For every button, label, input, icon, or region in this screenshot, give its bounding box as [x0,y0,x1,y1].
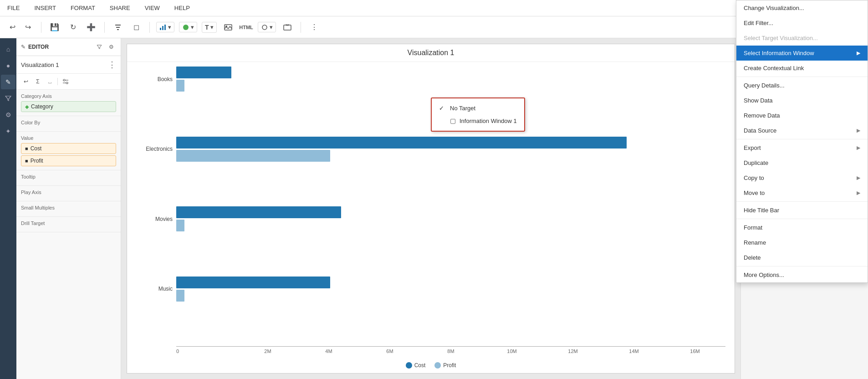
sigma-icon[interactable]: Σ [33,77,43,87]
ctx-copy-to-arrow: ▶ [857,175,860,181]
ctx-create-contextual[interactable]: Create Contextual Link [736,61,868,76]
toolbar-divider-4 [301,22,301,33]
value-section: Value ■ Cost ■ Profit [16,132,121,170]
ctx-move-to-label: Move to [744,190,765,196]
ctx-format[interactable]: Format [736,220,868,235]
ctx-delete[interactable]: Delete [736,250,868,265]
svg-point-13 [63,79,65,81]
filter-icon-btn[interactable] [1,91,15,106]
ctx-rename[interactable]: Rename [736,235,868,250]
undo-button[interactable]: ↩ [5,20,19,34]
toolbar-divider-3 [149,22,150,33]
edit-icon-btn[interactable]: ✎ [1,75,15,89]
profit-legend-label: Profit [443,362,456,369]
menu-share[interactable]: SHARE [107,3,133,13]
ctx-more-options[interactable]: More Options... [736,267,868,282]
cost-legend-dot [406,362,412,369]
sliders-icon[interactable] [61,77,71,87]
empty-check [439,118,446,124]
svg-point-6 [183,25,189,30]
x-tick-6m: 6M [359,348,420,354]
viz-panel-title: Visualization 1 [408,49,454,57]
ctx-edit-filter[interactable]: Edit Filter... [736,15,868,31]
ctx-select-info-window[interactable]: Select Information Window ▶ [736,46,868,61]
menu-help[interactable]: HELP [172,3,193,13]
add-object-button[interactable]: ➕ [84,20,98,34]
ctx-show-data-label: Show Data [744,97,773,104]
x-tick-0: 0 [176,348,237,354]
profit-field-chip[interactable]: ■ Profit [21,155,116,166]
x-tick-14m: 14M [603,348,664,354]
image-button[interactable] [221,20,235,34]
ctx-export[interactable]: Export ▶ [736,140,868,155]
database-icon-btn[interactable]: ● [1,58,15,73]
x-tick-16m: 16M [664,348,725,354]
category-field-name: Category [31,103,53,110]
ctx-move-to[interactable]: Move to ▶ [736,185,868,200]
category-field-chip[interactable]: ◆ Category [21,101,116,112]
info-window-1-item[interactable]: ▢ Information Window 1 [437,114,519,127]
color-by-label: Color By [21,120,116,125]
ctx-remove-data[interactable]: Remove Data [736,108,868,123]
color-dropdown[interactable]: ▾ [179,22,197,32]
ctx-show-data[interactable]: Show Data [736,93,868,108]
menu-format[interactable]: FORMAT [68,3,98,13]
settings-icon-btn[interactable]: ⚙ [1,108,15,122]
ctx-create-contextual-label: Create Contextual Link [744,65,804,72]
add-filter-button[interactable] [111,20,125,34]
ctx-select-target[interactable]: Select Target Visualization... [736,31,868,46]
diamond-icon: ◆ [25,104,29,110]
ctx-hide-title-bar[interactable]: Hide Title Bar [736,203,868,218]
ctx-change-viz[interactable]: Change Visualization... [736,0,868,15]
viz-more-button[interactable]: ⋮ [108,60,116,70]
editor-tool-divider [57,78,58,85]
drill-target-label: Drill Target [21,220,116,226]
profit-legend-dot [434,362,441,369]
shapes-dropdown[interactable]: ▾ [258,22,276,32]
chart-legend: Cost Profit [136,362,725,369]
text-dropdown[interactable]: T ▾ [202,22,217,33]
small-multiples-section: Small Multiples [16,201,121,217]
play-axis-section: Play Axis [16,186,121,201]
save-button[interactable]: 💾 [48,20,61,34]
ctx-query-details[interactable]: Query Details... [736,78,868,93]
settings-toggle-icon[interactable]: ⚙ [106,42,116,52]
ctx-divider-4 [736,219,868,219]
menu-insert[interactable]: INSERT [31,3,58,13]
tooltip-section: Tooltip [16,170,121,186]
filter-toggle-icon[interactable] [94,42,104,52]
ctx-delete-label: Delete [744,254,761,261]
no-target-item[interactable]: ✓ No Target [437,102,519,114]
more-button[interactable]: ⋮ [307,20,321,34]
cost-field-chip[interactable]: ■ Cost [21,143,116,154]
redo-button[interactable]: ↪ [21,20,35,34]
ctx-select-target-label: Select Target Visualization... [744,35,818,41]
dropdown-arrow-2: ▾ [191,24,194,31]
html-button[interactable]: HTML [240,20,253,34]
electronics-bar-row: Electronics [136,137,725,162]
canvas-area: Visualization 1 Books Electronics [121,38,740,379]
undo-editor-icon[interactable]: ↩ [21,77,31,87]
export-button[interactable]: ◻ [129,20,143,34]
menu-view[interactable]: VIEW [142,3,163,13]
editor-panel: ✎ EDITOR ⚙ Visualization 1 ⋮ ↩ Σ ⎵ Cate [16,38,121,379]
ctx-data-source[interactable]: Data Source ▶ [736,123,868,138]
chart-type-dropdown[interactable]: ▾ [156,22,174,32]
music-profit-bar [176,290,184,302]
eraser-icon[interactable]: ⎵ [45,77,55,87]
ctx-duplicate[interactable]: Duplicate [736,155,868,170]
ctx-copy-to[interactable]: Copy to ▶ [736,170,868,185]
ctx-more-options-label: More Options... [744,271,784,278]
refresh-button[interactable]: ↻ [66,20,80,34]
info-window-icon: ▢ [450,117,456,124]
editor-icons: ⚙ [94,42,116,52]
cost-field-name: Cost [31,145,42,152]
svg-rect-4 [162,26,163,30]
share-icon-btn[interactable]: ✦ [1,124,15,138]
screenshot-button[interactable] [281,20,294,34]
html-label: HTML [239,25,253,30]
toolbar-divider-1 [41,22,41,33]
ctx-query-details-label: Query Details... [744,82,785,89]
home-icon-btn[interactable]: ⌂ [1,42,15,56]
menu-file[interactable]: FILE [5,3,22,13]
